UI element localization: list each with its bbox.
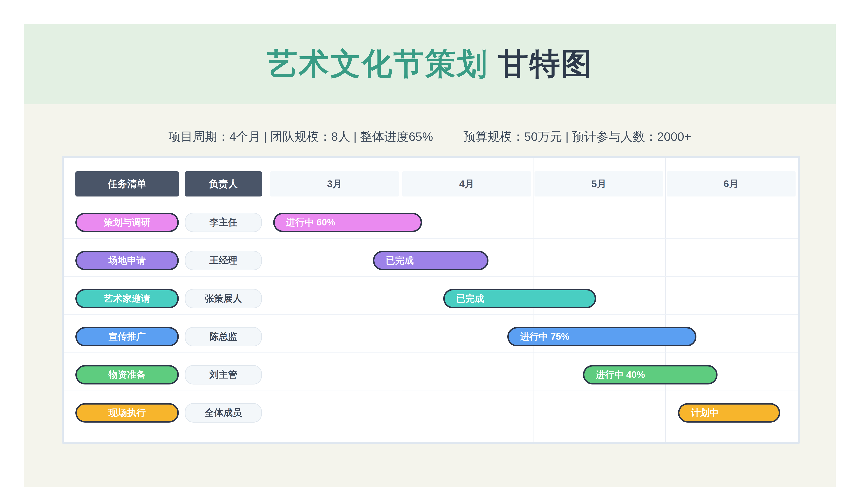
project-meta: 项目周期：4个月 | 团队规模：8人 | 整体进度65% 预算规模：50万元 |… [24, 125, 836, 149]
page: 艺术文化节策划 甘特图 项目周期：4个月 | 团队规模：8人 | 整体进度65%… [0, 0, 859, 504]
hero-band: 艺术文化节策划 甘特图 [24, 24, 836, 104]
task-pill[interactable]: 策划与调研 [75, 213, 179, 232]
gantt-bar[interactable]: 已完成 [373, 251, 488, 270]
owner-pill[interactable]: 王经理 [185, 251, 262, 270]
gantt-bar[interactable]: 已完成 [443, 289, 596, 308]
page-title-highlight: 艺术文化节策划 [267, 47, 488, 81]
task-pill[interactable]: 场地申请 [75, 251, 179, 270]
owner-pill[interactable]: 李主任 [185, 213, 262, 232]
row-separator [64, 352, 798, 353]
page-title: 艺术文化节策划 甘特图 [267, 44, 593, 85]
gantt-bar[interactable]: 计划中 [678, 403, 780, 423]
column-gridline [665, 158, 666, 442]
month-header: 4月 [402, 171, 531, 197]
month-header: 5月 [534, 171, 663, 197]
page-title-rest: 甘特图 [488, 47, 593, 81]
project-meta-right: 预算规模：50万元 | 预计参与人数：2000+ [463, 128, 691, 145]
row-separator [64, 391, 798, 391]
row-separator [64, 238, 798, 239]
row-separator [64, 276, 798, 277]
month-header: 3月 [270, 171, 399, 197]
row-separator [64, 315, 798, 315]
task-pill[interactable]: 现场执行 [75, 403, 179, 423]
owner-pill[interactable]: 全体成员 [185, 403, 262, 423]
gantt-bar[interactable]: 进行中 60% [273, 213, 422, 232]
project-meta-left: 项目周期：4个月 | 团队规模：8人 | 整体进度65% [169, 128, 433, 145]
owner-pill[interactable]: 刘主管 [185, 365, 262, 384]
month-header: 6月 [667, 171, 796, 197]
owner-header: 负责人 [185, 171, 262, 197]
task-list-header: 任务清单 [75, 171, 179, 197]
column-gridline [401, 158, 401, 442]
gantt-bar[interactable]: 进行中 40% [583, 365, 718, 384]
task-pill[interactable]: 宣传推广 [75, 327, 179, 347]
task-pill[interactable]: 物资准备 [75, 365, 179, 384]
owner-pill[interactable]: 陈总监 [185, 327, 262, 347]
owner-pill[interactable]: 张策展人 [185, 289, 262, 308]
task-pill[interactable]: 艺术家邀请 [75, 289, 179, 308]
gantt-bar[interactable]: 进行中 75% [507, 327, 696, 347]
